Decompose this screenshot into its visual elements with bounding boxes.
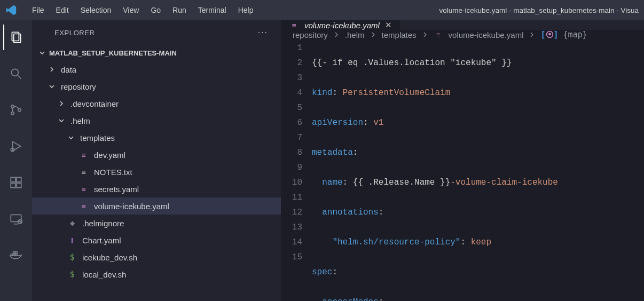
folder-data[interactable]: data: [32, 61, 281, 78]
tab-volume-icekube[interactable]: ≡ volume-icekube.yaml ✕: [281, 20, 401, 30]
yaml-bang-icon: !: [67, 236, 77, 245]
line-number: 13: [281, 220, 302, 235]
code-lines[interactable]: {{- if eq .Values.location "icekube" }} …: [312, 41, 644, 301]
line-number: 15: [281, 250, 302, 265]
yaml-file-icon: ≡: [79, 151, 89, 159]
folder-templates[interactable]: templates: [32, 129, 281, 146]
line-number: 6: [281, 115, 302, 130]
file-label: secrets.yaml: [94, 185, 139, 194]
svg-point-6: [18, 108, 21, 111]
file-helmignore[interactable]: ◆ .helmignore: [32, 215, 281, 232]
explorer-title: EXPLORER: [54, 29, 95, 37]
line-number: 5: [281, 100, 302, 115]
code-line[interactable]: accessModes:: [312, 295, 644, 301]
svg-rect-21: [15, 252, 17, 254]
editor-tabs: ≡ volume-icekube.yaml ✕: [281, 20, 644, 30]
yaml-file-icon: ≡: [79, 202, 89, 210]
code-editor[interactable]: 1 2 3 4 5 6 7 8 9 10 11 12 13 14 15 {{- …: [281, 39, 644, 301]
file-label: dev.yaml: [94, 150, 125, 160]
svg-point-4: [11, 105, 14, 108]
close-icon[interactable]: ✕: [385, 20, 392, 30]
project-root[interactable]: MATLAB_SETUP_KUBERNETES-MAIN: [32, 45, 281, 61]
menu-run[interactable]: Run: [167, 4, 192, 17]
run-debug-icon[interactable]: [3, 137, 29, 156]
svg-marker-7: [13, 141, 21, 150]
text-file-icon: ≡: [79, 168, 89, 176]
line-number: 3: [281, 70, 302, 85]
chevron-right-icon: [58, 100, 65, 107]
code-line[interactable]: kind: PersistentVolumeClaim: [312, 85, 644, 100]
line-number: 1: [281, 41, 302, 56]
line-number: 2: [281, 56, 302, 70]
chevron-down-icon: [48, 83, 56, 90]
vscode-logo-icon: [5, 4, 17, 16]
file-local-dev-sh[interactable]: $ local_dev.sh: [32, 266, 281, 283]
code-line[interactable]: metadata:: [312, 145, 644, 160]
extensions-icon[interactable]: [3, 173, 29, 192]
source-control-icon[interactable]: [3, 100, 29, 120]
menu-view[interactable]: View: [117, 4, 144, 17]
file-secrets-yaml[interactable]: ≡ secrets.yaml: [32, 180, 281, 197]
yaml-file-icon: ≡: [289, 21, 299, 29]
code-line[interactable]: "helm.sh/resource-policy": keep: [312, 235, 644, 250]
folder-label: data: [61, 65, 76, 74]
line-number: 10: [281, 175, 302, 190]
file-volume-icekube-yaml[interactable]: ≡ volume-icekube.yaml: [32, 197, 281, 215]
chevron-down-icon: [67, 134, 75, 141]
svg-rect-11: [17, 183, 21, 188]
code-line[interactable]: annotations:: [312, 205, 644, 220]
folder-repository[interactable]: repository: [32, 78, 281, 95]
svg-rect-9: [11, 177, 15, 182]
menu-edit[interactable]: Edit: [51, 4, 74, 17]
line-number: 9: [281, 160, 302, 175]
breadcrumb-symbol[interactable]: [⦿] {map}: [540, 30, 587, 39]
chevron-right-icon: [422, 30, 428, 39]
chevron-right-icon: [333, 30, 340, 39]
file-tree: data repository .devcontainer .helm temp…: [32, 61, 281, 283]
folder-label: templates: [80, 133, 115, 142]
folder-label: .devcontainer: [70, 99, 119, 108]
chevron-down-icon: [58, 117, 65, 124]
chevron-right-icon: [48, 66, 56, 73]
menu-go[interactable]: Go: [145, 4, 166, 17]
yaml-file-icon: ≡: [79, 185, 89, 193]
breadcrumb-segment[interactable]: .helm: [345, 30, 365, 39]
breadcrumb-segment[interactable]: volume-icekube.yaml: [449, 30, 524, 39]
code-line[interactable]: apiVersion: v1: [312, 115, 644, 130]
titlebar: File Edit Selection View Go Run Terminal…: [0, 0, 644, 20]
remote-explorer-icon[interactable]: [3, 209, 29, 228]
svg-rect-10: [11, 183, 15, 188]
explorer-sidebar: EXPLORER ··· MATLAB_SETUP_KUBERNETES-MAI…: [32, 20, 281, 301]
line-number: 14: [281, 235, 302, 250]
file-chart-yaml[interactable]: ! Chart.yaml: [32, 232, 281, 249]
explorer-more-icon[interactable]: ···: [258, 28, 268, 37]
docker-icon[interactable]: [3, 245, 29, 265]
menu-help[interactable]: Help: [233, 4, 259, 17]
shell-file-icon: $: [67, 252, 77, 262]
line-gutter: 1 2 3 4 5 6 7 8 9 10 11 12 13 14 15: [281, 41, 312, 301]
code-line[interactable]: spec:: [312, 265, 644, 280]
line-number: 4: [281, 85, 302, 100]
code-line[interactable]: name: {{ .Release.Name }}-volume-claim-i…: [312, 175, 644, 190]
file-icekube-dev-sh[interactable]: $ icekube_dev.sh: [32, 249, 281, 266]
search-icon[interactable]: [3, 64, 29, 83]
menu-selection[interactable]: Selection: [75, 4, 117, 17]
folder-helm[interactable]: .helm: [32, 112, 281, 129]
chevron-down-icon: [38, 49, 46, 57]
file-notes-txt[interactable]: ≡ NOTES.txt: [32, 163, 281, 180]
file-dev-yaml[interactable]: ≡ dev.yaml: [32, 146, 281, 163]
folder-label: .helm: [70, 116, 90, 125]
breadcrumb-segment[interactable]: templates: [382, 30, 417, 39]
window-title: volume-icekube.yaml - matlab_setup_kuber…: [262, 6, 639, 14]
folder-devcontainer[interactable]: .devcontainer: [32, 95, 281, 112]
code-line[interactable]: {{- if eq .Values.location "icekube" }}: [312, 56, 644, 70]
menu-file[interactable]: File: [27, 4, 50, 17]
tab-label: volume-icekube.yaml: [304, 21, 380, 30]
breadcrumb[interactable]: repository .helm templates ≡ volume-icek…: [281, 30, 644, 39]
svg-rect-12: [17, 177, 21, 182]
file-label: Chart.yaml: [82, 236, 121, 245]
chevron-right-icon: [529, 30, 535, 39]
breadcrumb-segment[interactable]: repository: [293, 30, 328, 39]
explorer-icon[interactable]: [3, 28, 29, 47]
menu-terminal[interactable]: Terminal: [193, 4, 232, 17]
